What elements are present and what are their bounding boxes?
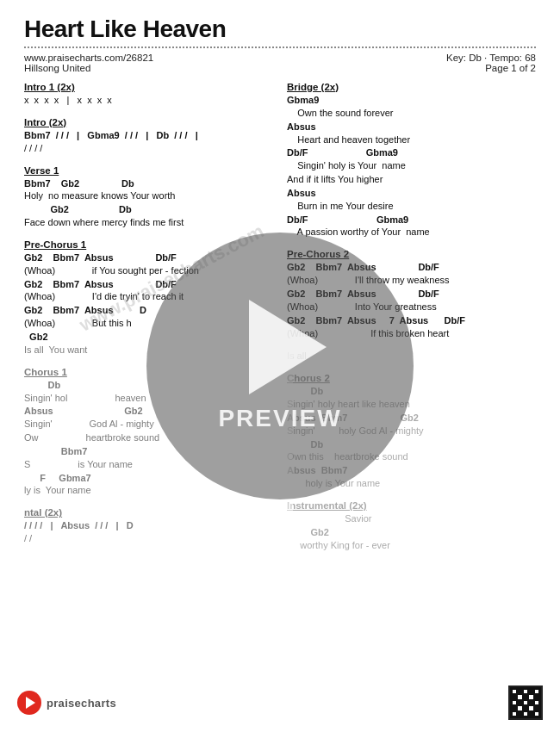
verse1-lyric1: Holy no measure knows Your worth xyxy=(24,189,266,202)
bridge-lyric4: And if it lifts You higher xyxy=(287,173,536,186)
intro2-lyric: / / / / xyxy=(24,142,266,155)
pc1-lyric3: (Whoa) But this h xyxy=(24,317,266,330)
song-title: Heart Like Heaven xyxy=(24,16,536,43)
ch1-lyric5: ly is Your name xyxy=(24,484,266,497)
ch1-chord4: F Gbma7 xyxy=(24,472,266,485)
footer: praisecharts xyxy=(0,685,560,720)
meta-row: www.praisecharts.com/26821 Hillsong Unit… xyxy=(24,53,536,73)
ch1-chord3: Bbm7 xyxy=(24,445,266,458)
pc1-lyric2: (Whoa) I'd die tryin' to reach it xyxy=(24,290,266,303)
intro2-chords: Bbm7 / / / | Gbma9 / / / | Db / / / | xyxy=(24,129,266,142)
pc1-chord4: Gb2 xyxy=(24,331,266,344)
verse1-chord1: Bbm7 Gb2 Db xyxy=(24,177,266,190)
verse1-chord2: Gb2 Db xyxy=(24,203,266,216)
intro2-title: Intro (2x) xyxy=(24,117,266,127)
song-page: Page 1 of 2 xyxy=(485,63,536,73)
verse1-title: Verse 1 xyxy=(24,165,266,176)
bridge-chord1: Gbma9 xyxy=(287,94,536,107)
ch2-chord1: Db xyxy=(287,385,536,398)
ch2-lyric3: Own this heartbroke sound xyxy=(287,450,536,463)
ch1-chord2: Absus Gb2 xyxy=(24,405,266,418)
pc1-lyric4: Is all You want xyxy=(24,344,266,357)
meta-right: Key: Db · Tempo: 68 Page 1 of 2 xyxy=(446,53,536,73)
footer-logo[interactable]: praisecharts xyxy=(17,691,116,715)
intro1-line1: x x x x | x x x x xyxy=(24,94,266,107)
ch1-lyric2: Singin' God Al - mighty xyxy=(24,418,266,431)
bridge-title: Bridge (2x) xyxy=(287,82,536,92)
song-artist: Hillsong United xyxy=(24,63,90,73)
ch2-lyric1: Singin' holy heart like heaven xyxy=(287,398,536,411)
ch1-lyric1: Singin' hol heaven xyxy=(24,392,266,405)
inst2-lyric1: Savior xyxy=(287,512,536,525)
ch1-lyric4: S is Your name xyxy=(24,458,266,471)
section-intro1: Intro 1 (2x) x x x x | x x x x xyxy=(24,82,266,107)
section-instrumental1: ntal (2x) / / / / | Absus / / / | D / / xyxy=(24,507,266,545)
page: Heart Like Heaven www.praisecharts.com/2… xyxy=(0,0,560,732)
intro1-title: Intro 1 (2x) xyxy=(24,82,266,92)
section-bridge: Bridge (2x) Gbma9 Own the sound forever … xyxy=(287,82,536,239)
inst1-chord1: / / / / | Absus / / / | D xyxy=(24,519,266,532)
ch1-chord1: Db xyxy=(24,379,266,392)
qr-code xyxy=(508,685,543,720)
bridge-lyric5: Burn in me Your desire xyxy=(287,200,536,213)
pc2-chord2: Gb2 Bbm7 Absus Db/F xyxy=(287,288,536,301)
ch1-lyric3: Ow heartbroke sound xyxy=(24,431,266,444)
chorus2-title: Chorus 2 xyxy=(287,373,536,383)
left-column: Intro 1 (2x) x x x x | x x x x Intro (2x… xyxy=(24,82,280,561)
section-isall: Is all xyxy=(287,350,536,363)
prechorus2-title: Pre-Chorus 2 xyxy=(287,249,536,259)
bridge-chord5: Db/F Gbma9 xyxy=(287,214,536,226)
pc2-lyric3: (Whoa) If this broken heart xyxy=(287,327,536,340)
pc2-lyric1: (Whoa) I'll throw my weakness xyxy=(287,274,536,287)
meta-left: www.praisecharts.com/26821 Hillsong Unit… xyxy=(24,53,153,73)
prechorus1-title: Pre-Chorus 1 xyxy=(24,239,266,250)
bridge-lyric2: Heart and heaven together xyxy=(287,133,536,146)
footer-play-icon xyxy=(26,697,35,709)
song-url[interactable]: www.praisecharts.com/26821 xyxy=(24,53,153,63)
content-area: Intro 1 (2x) x x x x | x x x x Intro (2x… xyxy=(24,82,536,561)
divider xyxy=(24,47,536,48)
bridge-lyric6: A passion worthy of Your name xyxy=(287,226,536,239)
pc2-chord1: Gb2 Bbm7 Absus Db/F xyxy=(287,261,536,274)
ch2-chord3: Db xyxy=(287,438,536,451)
section-chorus2: Chorus 2 Db Singin' holy heart like heav… xyxy=(287,373,536,490)
inst1-lyric1: / / xyxy=(24,532,266,545)
bridge-chord2: Absus xyxy=(287,121,536,133)
inst2-lyric2: worthy King for - ever xyxy=(287,539,536,552)
inst1-title: ntal (2x) xyxy=(24,507,266,518)
pc1-chord1: Gb2 Bbm7 Absus Db/F xyxy=(24,251,266,264)
inst2-chord1: Gb2 xyxy=(287,526,536,539)
right-column: Bridge (2x) Gbma9 Own the sound forever … xyxy=(280,82,536,561)
verse1-lyric2: Face down where mercy finds me first xyxy=(24,216,266,229)
section-verse1: Verse 1 Bbm7 Gb2 Db Holy no measure know… xyxy=(24,165,266,229)
pc1-lyric1: (Whoa) if You sought per - fection xyxy=(24,264,266,277)
section-prechorus2: Pre-Chorus 2 Gb2 Bbm7 Absus Db/F (Whoa) … xyxy=(287,249,536,339)
footer-play-button[interactable] xyxy=(17,691,41,715)
chorus1-title: Chorus 1 xyxy=(24,367,266,377)
bridge-chord4: Absus xyxy=(287,187,536,200)
section-prechorus1: Pre-Chorus 1 Gb2 Bbm7 Absus Db/F (Whoa) … xyxy=(24,239,266,357)
inst2-title: Instrumental (2x) xyxy=(287,500,536,511)
ch2-chord2: Absus Bbm7 Gb2 xyxy=(287,412,536,425)
isall-text: Is all xyxy=(287,350,536,363)
pc1-chord2: Gb2 Bbm7 Absus Db/F xyxy=(24,278,266,291)
bridge-chord3: Db/F Gbma9 xyxy=(287,146,536,159)
pc2-chord3: Gb2 Bbm7 Absus 7 Absus Db/F xyxy=(287,314,536,327)
section-instrumental2: Instrumental (2x) Savior Gb2 worthy King… xyxy=(287,500,536,552)
pc2-lyric2: (Whoa) Into Your greatness xyxy=(287,301,536,313)
bridge-lyric3: Singin' holy is Your name xyxy=(287,159,536,172)
ch2-lyric2: Singin' holy God Al - mighty xyxy=(287,425,536,437)
section-intro2: Intro (2x) Bbm7 / / / | Gbma9 / / / | Db… xyxy=(24,117,266,155)
song-key-tempo: Key: Db · Tempo: 68 xyxy=(446,53,536,63)
footer-brand-name: praisecharts xyxy=(47,697,116,710)
ch2-lyric4: holy is Your name xyxy=(287,477,536,490)
ch2-chord4: Absus Bbm7 xyxy=(287,464,536,477)
section-chorus1: Chorus 1 Db Singin' hol heaven Absus Gb2… xyxy=(24,367,266,498)
bridge-lyric1: Own the sound forever xyxy=(287,107,536,120)
pc1-chord3: Gb2 Bbm7 Absus D xyxy=(24,304,266,317)
